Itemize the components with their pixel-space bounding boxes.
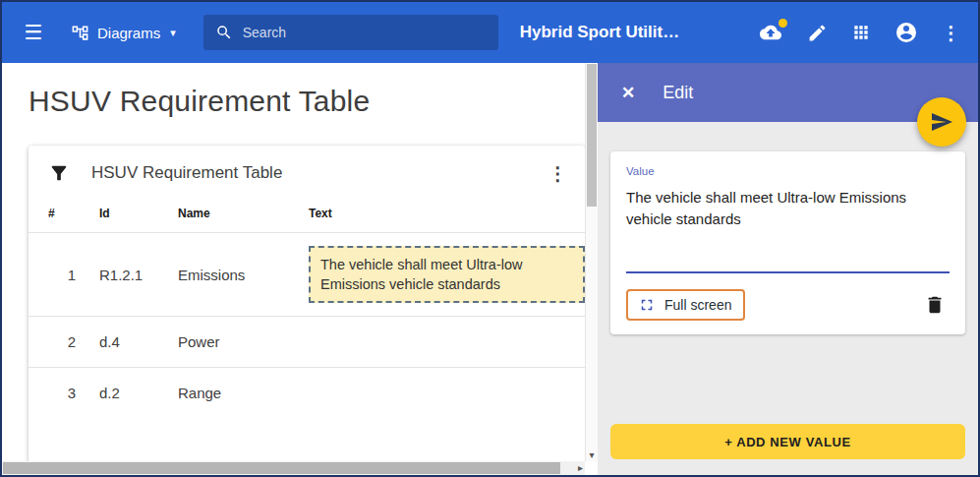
more-vert-icon: ⋮ — [942, 24, 960, 42]
content-pane: HSUV Requirement Table HSUV Requirement … — [2, 63, 598, 475]
diagram-tree-icon — [71, 24, 89, 42]
edit-panel-title: Edit — [663, 83, 693, 103]
close-button[interactable]: ✕ — [621, 83, 635, 103]
cloud-upload-button[interactable] — [758, 22, 783, 43]
horizontal-scrollbar[interactable]: ▸ — [2, 461, 585, 475]
scroll-down-button[interactable]: ▾ — [586, 449, 598, 460]
app-window: ☰ Diagrams ▾ Hybrid Sport Utilit… — [0, 0, 980, 477]
add-new-value-button[interactable]: + ADD NEW VALUE — [610, 424, 965, 459]
search-box[interactable] — [203, 15, 498, 50]
id-cell: R1.2.1 — [99, 267, 154, 283]
id-cell: d.2 — [99, 385, 154, 401]
trash-icon — [924, 294, 946, 316]
name-cell: Power — [178, 333, 285, 350]
account-icon — [894, 21, 918, 44]
column-header-num: # — [48, 207, 76, 220]
requirements-table-card: HSUV Requirement Table ⋮ # Id Name Text … — [29, 146, 585, 475]
appbar: ☰ Diagrams ▾ Hybrid Sport Utilit… — [2, 2, 978, 63]
main-area: HSUV Requirement Table HSUV Requirement … — [2, 63, 978, 475]
appbar-more-button[interactable]: ⋮ — [942, 24, 960, 42]
value-textarea[interactable]: The vehicle shall meet Ultra-low Emissio… — [626, 187, 950, 271]
row-number-cell: 1 — [48, 267, 76, 283]
search-input[interactable] — [243, 25, 487, 40]
appbar-actions: ⋮ — [758, 21, 960, 44]
vertical-scrollbar[interactable]: ▾ — [585, 63, 598, 461]
edit-button[interactable] — [807, 23, 828, 43]
text-cell-selected[interactable]: The vehicle shall meet Ultra-low Emissio… — [309, 246, 585, 304]
account-button[interactable] — [894, 21, 918, 44]
name-cell: Emissions — [178, 267, 285, 283]
column-header-text: Text — [309, 207, 585, 220]
column-header-id: Id — [99, 207, 154, 220]
send-icon — [930, 110, 953, 134]
table-card-header: HSUV Requirement Table ⋮ — [29, 146, 585, 201]
chevron-down-icon: ▾ — [170, 27, 176, 39]
delete-button[interactable] — [924, 294, 946, 316]
app-title: Hybrid Sport Utilit… — [520, 23, 679, 42]
diagrams-menu[interactable]: Diagrams ▾ — [71, 24, 176, 42]
table-title: HSUV Requirement Table — [91, 163, 282, 183]
scroll-right-button[interactable]: ▸ — [578, 462, 583, 473]
id-cell: d.4 — [99, 333, 154, 350]
row-number-cell: 2 — [48, 333, 76, 350]
vertical-scrollbar-thumb[interactable] — [587, 64, 597, 207]
horizontal-scrollbar-thumb[interactable] — [3, 462, 560, 474]
column-header-name: Name — [178, 207, 285, 220]
page-title: HSUV Requirement Table — [29, 85, 598, 118]
filter-button[interactable] — [48, 162, 70, 184]
value-label: Value — [626, 165, 950, 177]
edit-panel: ✕ Edit Value The vehicle shall meet Ultr… — [598, 63, 978, 475]
table-more-button[interactable]: ⋮ — [548, 162, 567, 185]
table-header-row: # Id Name Text — [29, 201, 585, 232]
search-icon — [215, 24, 233, 41]
table-row[interactable]: 2 d.4 Power — [29, 316, 585, 367]
fullscreen-label: Full screen — [664, 297, 731, 313]
row-number-cell: 3 — [48, 385, 76, 401]
hamburger-icon: ☰ — [25, 21, 43, 44]
notification-dot — [778, 19, 787, 28]
input-underline — [626, 271, 950, 273]
scrollbar-corner — [585, 461, 598, 475]
pencil-icon — [807, 23, 828, 43]
fullscreen-button[interactable]: Full screen — [626, 289, 745, 321]
close-icon: ✕ — [621, 83, 635, 103]
apps-grid-icon — [851, 23, 871, 42]
fullscreen-icon — [638, 296, 656, 314]
value-card-actions: Full screen — [626, 289, 950, 321]
send-fab[interactable] — [917, 97, 966, 147]
filter-icon — [48, 162, 70, 184]
name-cell: Range — [178, 385, 285, 401]
menu-button[interactable]: ☰ — [20, 21, 47, 44]
value-card: Value The vehicle shall meet Ultra-low E… — [610, 151, 965, 334]
table-row[interactable]: 3 d.2 Range — [29, 367, 585, 418]
apps-grid-button[interactable] — [851, 23, 871, 42]
more-vert-icon: ⋮ — [548, 162, 567, 185]
diagrams-label: Diagrams — [97, 25, 160, 41]
table-row[interactable]: 1 R1.2.1 Emissions The vehicle shall mee… — [29, 232, 585, 316]
